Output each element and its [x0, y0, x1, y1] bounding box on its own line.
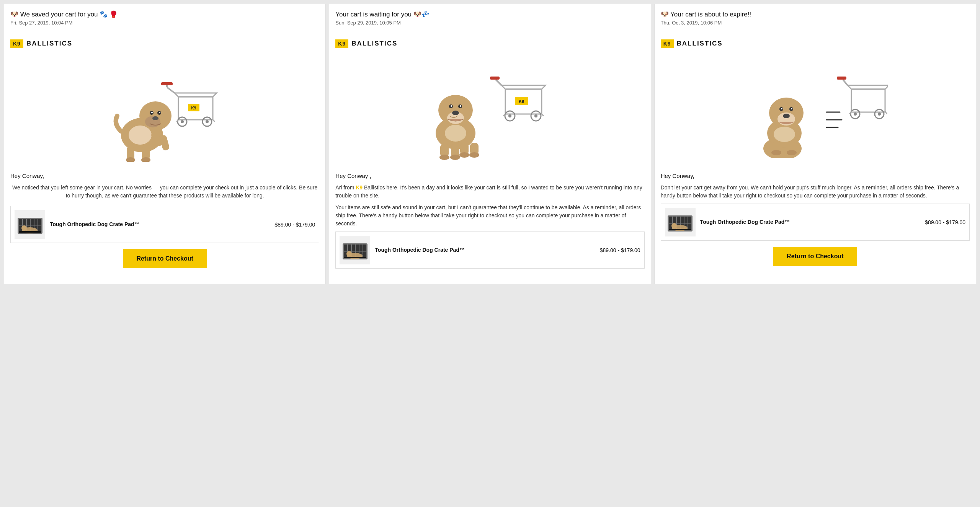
dog-cart-svg-3 — [742, 66, 888, 158]
svg-rect-116 — [669, 229, 691, 230]
svg-point-63 — [534, 114, 537, 117]
svg-rect-59 — [490, 77, 500, 80]
svg-point-88 — [774, 127, 795, 142]
dog-cart-svg-1: K9 — [104, 62, 226, 162]
logo-row-2: K9 BALLISTICS — [335, 35, 644, 52]
svg-point-52 — [439, 155, 449, 160]
email-panel-2: Your cart is waiting for you 🐶💤 Sun, Sep… — [329, 4, 651, 284]
svg-point-54 — [459, 152, 469, 158]
cta-button-3[interactable]: Return to Checkout — [773, 247, 857, 266]
email-panel-1: 🐶 We saved your cart for you 🐾 🥊 Fri, Se… — [4, 4, 326, 284]
logo-badge-2: K9 — [335, 39, 348, 48]
svg-point-87 — [783, 114, 790, 118]
svg-rect-4 — [161, 82, 173, 85]
svg-point-53 — [450, 155, 460, 160]
crate-svg-1 — [16, 212, 44, 237]
svg-rect-99 — [837, 77, 846, 80]
logo-text-1: BALLISTICS — [26, 40, 72, 47]
svg-point-92 — [787, 150, 797, 155]
svg-point-86 — [791, 108, 792, 109]
body-text-2a: Ari from K9 Ballistics here. It's been a… — [335, 184, 644, 200]
hero-image-2: K9 — [335, 59, 644, 166]
svg-line-98 — [843, 80, 848, 85]
product-price-3: $89.00 - $179.00 — [925, 219, 965, 225]
email-date-2: Sun, Sep 29, 2019, 10:05 PM — [335, 20, 644, 26]
svg-marker-57 — [501, 85, 546, 89]
svg-line-10 — [213, 120, 215, 122]
emails-container: 🐶 We saved your cart for you 🐾 🥊 Fri, Se… — [4, 4, 976, 284]
product-row-3: Tough Orthopedic Dog Crate Pad™ $89.00 -… — [661, 204, 970, 241]
email-header-1: 🐶 We saved your cart for you 🐾 🥊 Fri, Se… — [4, 4, 325, 35]
logo-row-3: K9 BALLISTICS — [661, 35, 970, 52]
greeting-3: Hey Conway, — [661, 173, 970, 179]
email-date-3: Thu, Oct 3, 2019, 10:06 PM — [661, 20, 970, 26]
product-price-1: $89.00 - $179.00 — [274, 222, 315, 228]
svg-point-46 — [452, 111, 459, 115]
svg-point-61 — [508, 114, 511, 117]
body-text-1: We noticed that you left some gear in yo… — [10, 184, 319, 200]
svg-rect-96 — [851, 89, 885, 112]
svg-point-19 — [159, 112, 160, 113]
greeting-1: Hey Conway, — [10, 173, 319, 179]
email-subject-1: 🐶 We saved your cart for you 🐾 🥊 — [10, 10, 319, 18]
logo-badge-3: K9 — [661, 39, 674, 48]
svg-rect-38 — [19, 231, 41, 233]
svg-marker-1 — [175, 93, 217, 97]
email-panel-3: 🐶 Your cart is about to expire!! Thu, Oc… — [654, 4, 976, 284]
body-text-2b: Your items are still safe and sound in y… — [335, 204, 644, 228]
logo-badge-1: K9 — [10, 39, 23, 48]
product-name-1: Tough Orthopedic Dog Crate Pad™ — [50, 221, 270, 228]
product-name-3: Tough Orthopedic Dog Crate Pad™ — [700, 218, 920, 226]
email-body-3: K9 BALLISTICS — [655, 35, 976, 284]
email-header-2: Your cart is waiting for you 🐶💤 Sun, Sep… — [329, 4, 650, 35]
crate-svg-3 — [666, 210, 694, 235]
email-subject-3: 🐶 Your cart is about to expire!! — [661, 10, 970, 18]
product-info-1: Tough Orthopedic Dog Crate Pad™ — [50, 221, 270, 228]
email-header-3: 🐶 Your cart is about to expire!! Thu, Oc… — [655, 4, 976, 35]
k9-highlight: K9 — [356, 184, 363, 191]
svg-text:K9: K9 — [519, 99, 524, 104]
svg-point-37 — [21, 225, 27, 231]
greeting-2: Hey Conway , — [335, 173, 644, 179]
svg-point-115 — [671, 223, 677, 228]
svg-point-47 — [445, 125, 466, 142]
svg-line-65 — [542, 114, 544, 116]
svg-line-58 — [496, 80, 501, 85]
email-subject-2: Your cart is waiting for you 🐶💤 — [335, 10, 644, 18]
svg-marker-97 — [848, 85, 888, 89]
product-row-2: Tough Orthopedic Dog Crate Pad™ $89.00 -… — [335, 231, 644, 269]
product-price-2: $89.00 - $179.00 — [600, 247, 640, 253]
product-name-2: Tough Orthopedic Dog Crate Pad™ — [375, 246, 595, 254]
logo-text-3: BALLISTICS — [677, 40, 723, 47]
product-image-2 — [340, 236, 370, 264]
hero-image-1: K9 — [10, 59, 319, 166]
email-date-1: Fri, Sep 27, 2019, 10:04 PM — [10, 20, 319, 26]
svg-point-45 — [460, 105, 461, 107]
body-text-3: Don't let your cart get away from you. W… — [661, 184, 970, 200]
email-body-2: K9 BALLISTICS — [329, 35, 650, 284]
svg-point-91 — [771, 150, 781, 155]
svg-point-44 — [451, 105, 452, 107]
product-image-1 — [15, 210, 45, 239]
email-body-1: K9 BALLISTICS — [4, 35, 325, 284]
svg-point-20 — [152, 116, 158, 120]
product-info-2: Tough Orthopedic Dog Crate Pad™ — [375, 246, 595, 254]
svg-point-21 — [129, 126, 152, 145]
svg-line-2 — [167, 87, 175, 93]
cta-button-1[interactable]: Return to Checkout — [123, 249, 207, 268]
crate-svg-2 — [341, 238, 369, 262]
product-row-1: Tough Orthopedic Dog Crate Pad™ $89.00 -… — [10, 206, 319, 243]
product-image-3 — [665, 208, 696, 236]
logo-row-1: K9 BALLISTICS — [10, 35, 319, 52]
logo-text-2: BALLISTICS — [351, 40, 397, 47]
svg-line-105 — [885, 111, 887, 114]
svg-point-8 — [206, 120, 209, 123]
svg-point-103 — [878, 112, 881, 116]
svg-point-6 — [181, 120, 184, 123]
dog-cart-svg-2: K9 — [417, 62, 563, 162]
svg-point-18 — [151, 112, 153, 113]
hero-image-3 — [661, 59, 970, 166]
product-info-3: Tough Orthopedic Dog Crate Pad™ — [700, 218, 920, 226]
svg-point-55 — [469, 152, 479, 158]
svg-text:K9: K9 — [191, 106, 196, 110]
